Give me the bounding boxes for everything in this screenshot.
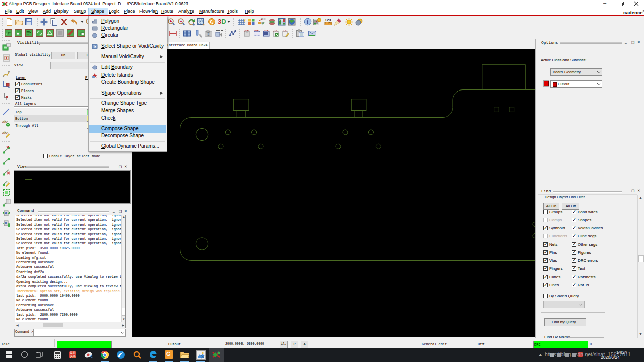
svg-text:i: i — [307, 19, 308, 25]
svg-text:CH: CH — [279, 19, 283, 22]
svg-text:abc: abc — [2, 131, 8, 135]
svg-text:123: 123 — [325, 18, 331, 22]
